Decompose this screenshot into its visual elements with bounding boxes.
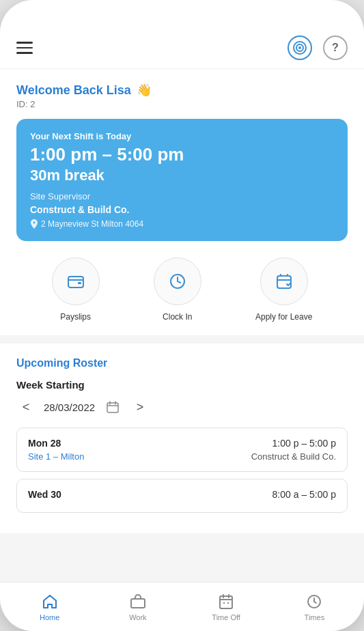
times-icon	[305, 593, 323, 611]
svg-rect-6	[277, 276, 291, 288]
clock-icon	[167, 271, 188, 292]
nav-right: ?	[288, 36, 348, 60]
apply-leave-circle	[260, 257, 308, 305]
nav-timeoff[interactable]: Time Off	[182, 593, 270, 621]
clock-in-action[interactable]: Clock In	[154, 257, 201, 322]
times-label: Times	[305, 613, 325, 621]
wallet-icon	[66, 271, 86, 292]
roster-time: 8:00 a – 5:00 p	[272, 489, 336, 500]
timeoff-icon	[217, 593, 235, 611]
quick-actions: Payslips Clock In	[16, 241, 348, 335]
svg-rect-4	[78, 282, 81, 284]
week-nav: < 28/03/2022 >	[16, 397, 348, 417]
status-bar	[0, 0, 364, 30]
roster-site: Site 1 – Milton	[28, 451, 84, 462]
leave-icon	[274, 271, 294, 292]
shift-company: Construct & Build Co.	[30, 204, 334, 215]
svg-rect-9	[220, 596, 232, 608]
svg-rect-8	[131, 599, 145, 608]
clock-in-circle	[154, 257, 201, 305]
roster-row: Mon 28 1:00 p – 5:00 p Site 1 – Milton C…	[16, 427, 348, 472]
work-icon	[129, 593, 147, 611]
wave-emoji: 👋	[137, 83, 152, 98]
work-label: Work	[129, 613, 146, 621]
clock-in-label: Clock In	[163, 312, 192, 322]
shift-time: 1:00 pm – 5:00 pm	[30, 144, 334, 165]
menu-button[interactable]	[16, 42, 33, 54]
nav-work[interactable]: Work	[94, 593, 182, 621]
user-id: ID: 2	[16, 99, 348, 109]
roster-row: Wed 30 8:00 a – 5:00 p	[16, 479, 348, 513]
payslips-label: Payslips	[60, 312, 91, 322]
week-date: 28/03/2022	[44, 402, 95, 413]
svg-rect-7	[107, 403, 118, 412]
home-icon	[41, 593, 59, 611]
next-week-button[interactable]: >	[130, 397, 150, 417]
greeting-text: Welcome Back Lisa	[16, 83, 131, 98]
help-icon[interactable]: ?	[323, 36, 348, 60]
apply-leave-action[interactable]: Apply for Leave	[255, 257, 312, 322]
location-icon	[30, 219, 38, 229]
shift-break: 30m break	[30, 167, 334, 184]
shift-prefix: Your Next Shift is	[30, 131, 106, 141]
shift-today-label: Your Next Shift is Today	[30, 131, 334, 141]
shift-today: Today	[106, 131, 131, 141]
svg-rect-3	[68, 277, 83, 288]
welcome-section: Welcome Back Lisa 👋 ID: 2 Your Next Shif…	[0, 69, 364, 335]
nav-times[interactable]: Times	[270, 593, 359, 621]
welcome-title: Welcome Back Lisa 👋	[16, 83, 348, 98]
prev-week-button[interactable]: <	[16, 397, 36, 417]
roster-title: Upcoming Roster	[16, 357, 348, 369]
top-nav: ?	[0, 30, 364, 69]
payslips-action[interactable]: Payslips	[52, 257, 100, 322]
roster-row-top: Mon 28 1:00 p – 5:00 p	[28, 438, 336, 449]
roster-day: Wed 30	[28, 489, 61, 500]
roster-row-top: Wed 30 8:00 a – 5:00 p	[28, 489, 336, 500]
main-content: Welcome Back Lisa 👋 ID: 2 Your Next Shif…	[0, 69, 364, 582]
shift-role: Site Supervisor	[30, 191, 334, 201]
bottom-nav: Home Work Time Of	[0, 582, 364, 631]
timeoff-label: Time Off	[212, 613, 240, 621]
payslips-circle	[52, 257, 100, 305]
svg-point-2	[298, 46, 301, 49]
week-label: Week Starting	[16, 379, 348, 391]
home-label: Home	[40, 613, 59, 621]
shift-card: Your Next Shift is Today 1:00 pm – 5:00 …	[16, 119, 348, 241]
roster-day: Mon 28	[28, 438, 61, 449]
shift-location: 2 Mayneview St Milton 4064	[30, 219, 334, 229]
brand-icon[interactable]	[288, 36, 312, 60]
roster-row-bottom: Site 1 – Milton Construct & Build Co.	[28, 451, 336, 462]
roster-section: Upcoming Roster Week Starting < 28/03/20…	[0, 343, 364, 533]
roster-time: 1:00 p – 5:00 p	[272, 438, 336, 449]
roster-company: Construct & Build Co.	[251, 451, 336, 462]
apply-leave-label: Apply for Leave	[255, 312, 312, 322]
phone-frame: ? Welcome Back Lisa 👋 ID: 2 Your Next Sh…	[0, 0, 364, 631]
nav-home[interactable]: Home	[5, 593, 94, 621]
shift-address: 2 Mayneview St Milton 4064	[41, 219, 143, 229]
calendar-icon[interactable]	[103, 397, 122, 417]
